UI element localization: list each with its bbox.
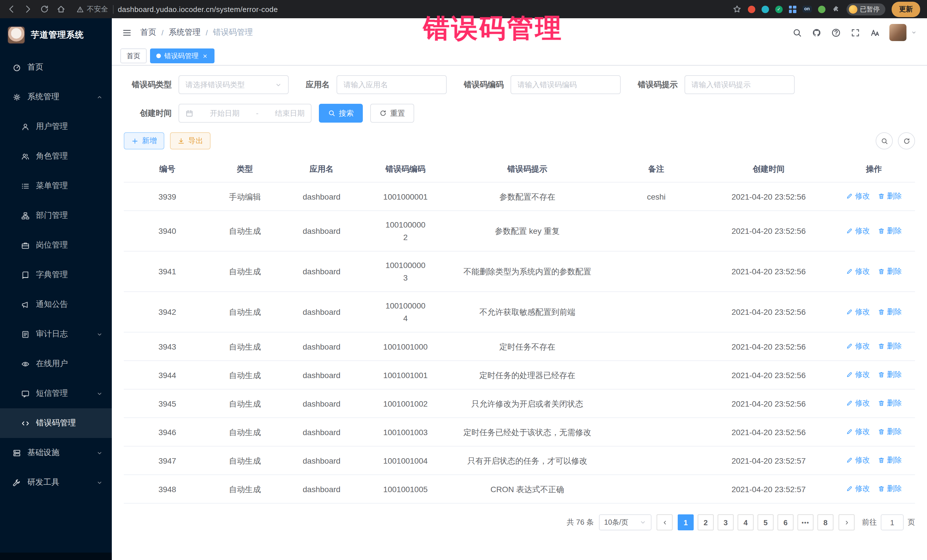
edit-link[interactable]: 修改	[846, 265, 870, 278]
date-range-picker[interactable]: 开始日期 - 结束日期	[179, 104, 312, 123]
sidebar-item-label: 基础设施	[27, 448, 90, 458]
cell-created: 2021-04-20 23:52:57	[705, 475, 833, 503]
bookmark-star-icon[interactable]	[732, 5, 741, 14]
reset-button[interactable]: 重置	[370, 104, 414, 123]
edit-icon	[846, 457, 853, 464]
font-size-icon[interactable]	[870, 28, 880, 37]
edit-link[interactable]: 修改	[846, 397, 870, 410]
edit-link[interactable]: 修改	[846, 483, 870, 495]
page-button[interactable]: 4	[738, 514, 754, 530]
profile-paused-chip[interactable]: 已暂停	[846, 3, 885, 15]
error-code-input[interactable]	[517, 80, 614, 89]
browser-back-button[interactable]	[7, 5, 16, 14]
sidebar-item[interactable]: 基础设施	[0, 438, 112, 467]
show-search-button[interactable]	[876, 132, 893, 149]
help-icon[interactable]	[831, 28, 841, 37]
delete-link[interactable]: 删除	[878, 369, 902, 381]
extension-icon-green-check[interactable]: ✓	[775, 5, 783, 13]
browser-home-button[interactable]	[56, 5, 65, 14]
sidebar-item[interactable]: 审计日志	[0, 319, 112, 349]
page-button[interactable]: 5	[758, 514, 774, 530]
page-size-select[interactable]: 10条/页	[599, 514, 652, 530]
chevron-up-icon	[96, 94, 103, 100]
cell-created: 2021-04-20 23:52:56	[705, 211, 833, 251]
tab-label: 首页	[127, 51, 140, 61]
sidebar-item[interactable]: 研发工具	[0, 467, 112, 497]
fullscreen-icon[interactable]	[851, 28, 860, 37]
delete-link[interactable]: 删除	[878, 265, 902, 278]
sidebar-item[interactable]: 岗位管理	[0, 231, 112, 260]
sidebar-footer[interactable]	[0, 552, 112, 560]
sidebar-item[interactable]: 字典管理	[0, 260, 112, 290]
export-button[interactable]: 导出	[170, 132, 211, 149]
cell-actions: 修改删除	[833, 292, 915, 332]
browser-reload-button[interactable]	[40, 5, 49, 14]
delete-link[interactable]: 删除	[878, 190, 902, 202]
refresh-table-button[interactable]	[898, 132, 915, 149]
close-icon[interactable]	[202, 53, 208, 59]
sidebar-item[interactable]: 错误码管理	[0, 408, 112, 438]
avatar-caret-icon[interactable]	[911, 30, 917, 35]
sidebar-item[interactable]: 短信管理	[0, 379, 112, 408]
logo-row: 芋道管理系统	[0, 18, 112, 51]
delete-link[interactable]: 删除	[878, 305, 902, 318]
edit-link[interactable]: 修改	[846, 454, 870, 466]
table-row: 3944自动生成dashboard1001001001定时任务的处理器已经存在2…	[124, 361, 915, 389]
column-header: 操作	[833, 157, 915, 182]
tab-error-code[interactable]: 错误码管理	[150, 49, 214, 63]
sidebar-item[interactable]: 部门管理	[0, 201, 112, 231]
error-hint-input[interactable]	[691, 80, 788, 89]
page-button[interactable]: 3	[718, 514, 734, 530]
sidebar-item[interactable]: 在线用户	[0, 349, 112, 379]
extension-icon-grid[interactable]	[789, 5, 796, 13]
delete-link[interactable]: 删除	[878, 483, 902, 495]
add-button[interactable]: 新增	[124, 132, 164, 149]
sidebar-item-label: 角色管理	[36, 151, 103, 161]
page-button[interactable]: 6	[778, 514, 793, 530]
prev-page-button[interactable]	[656, 514, 673, 530]
edit-link[interactable]: 修改	[846, 425, 870, 438]
extensions-puzzle-icon[interactable]	[831, 5, 840, 14]
delete-link[interactable]: 删除	[878, 454, 902, 466]
edit-link[interactable]: 修改	[846, 340, 870, 352]
header-search-icon[interactable]	[792, 28, 802, 37]
pagination-ellipsis[interactable]: •••	[798, 514, 813, 530]
goto-page-input[interactable]	[881, 514, 904, 530]
sidebar-item[interactable]: 菜单管理	[0, 171, 112, 201]
app-name-input[interactable]	[343, 80, 440, 89]
sidebar-toggle-icon[interactable]	[122, 28, 132, 37]
edit-link[interactable]: 修改	[846, 305, 870, 318]
search-button[interactable]: 搜索	[319, 104, 363, 123]
refresh-icon	[903, 137, 910, 144]
edit-link[interactable]: 修改	[846, 369, 870, 381]
edit-link[interactable]: 修改	[846, 190, 870, 202]
tab-home[interactable]: 首页	[120, 49, 147, 63]
page-button[interactable]: 2	[698, 514, 714, 530]
extension-icon-on[interactable]: on	[802, 6, 812, 12]
sidebar-item[interactable]: 系统管理	[0, 82, 112, 112]
breadcrumb-home[interactable]: 首页	[140, 27, 156, 38]
page-button[interactable]: 1	[678, 514, 694, 530]
delete-link[interactable]: 删除	[878, 425, 902, 438]
next-page-button[interactable]	[839, 514, 854, 530]
edit-link[interactable]: 修改	[846, 225, 870, 237]
browser-forward-button[interactable]	[23, 5, 32, 14]
delete-icon	[878, 308, 885, 315]
page-button[interactable]: 8	[818, 514, 833, 530]
extension-icon-green[interactable]	[818, 5, 825, 13]
sidebar-item[interactable]: 用户管理	[0, 112, 112, 141]
delete-link[interactable]: 删除	[878, 397, 902, 410]
sidebar-item[interactable]: 角色管理	[0, 141, 112, 171]
extension-icon-teal[interactable]	[761, 5, 769, 13]
github-icon[interactable]	[812, 28, 821, 37]
error-type-select[interactable]: 请选择错误码类型	[179, 75, 289, 94]
address-bar[interactable]: 不安全 dashboard.yudao.iocoder.cn/system/er…	[76, 4, 278, 14]
user-avatar[interactable]	[889, 24, 906, 41]
delete-link[interactable]: 删除	[878, 225, 902, 237]
extension-icon-red[interactable]	[748, 5, 755, 13]
delete-link[interactable]: 删除	[878, 340, 902, 352]
browser-update-button[interactable]: 更新	[892, 2, 920, 17]
sidebar-item[interactable]: 首页	[0, 52, 112, 82]
breadcrumb-system[interactable]: 系统管理	[169, 27, 201, 38]
sidebar-item[interactable]: 通知公告	[0, 290, 112, 319]
